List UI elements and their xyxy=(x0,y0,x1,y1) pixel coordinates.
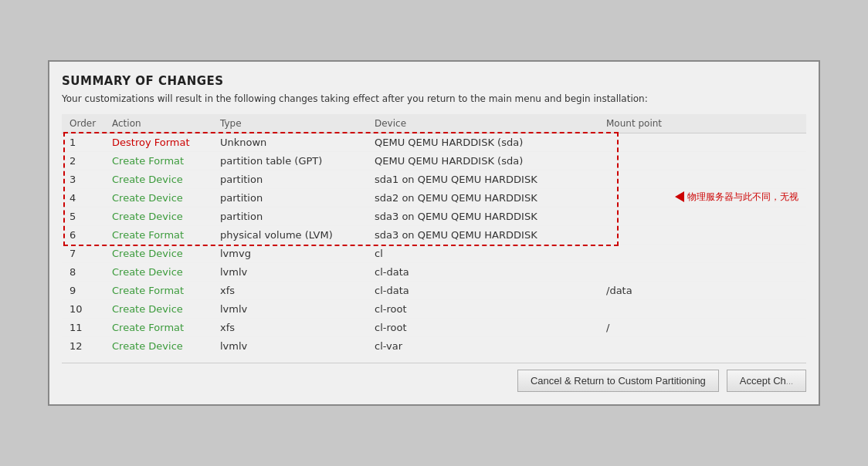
annotation-arrow-icon xyxy=(675,191,684,202)
cell-type: xfs xyxy=(212,319,367,337)
cell-action: Destroy Format xyxy=(104,133,212,152)
cell-action: Create Device xyxy=(104,171,212,189)
cell-device: cl-data xyxy=(367,263,598,282)
cell-device: cl xyxy=(367,245,598,263)
cell-type: lvmlv xyxy=(212,300,367,319)
cell-type: lvmvg xyxy=(212,245,367,263)
cell-mount xyxy=(598,226,806,245)
cell-mount xyxy=(598,152,806,171)
cell-action: Create Device xyxy=(104,337,212,356)
cell-mount: / xyxy=(598,319,806,337)
cell-type: physical volume (LVM) xyxy=(212,226,367,245)
changes-table: Order Action Type Device Mount point 1 D… xyxy=(62,114,806,355)
cell-device: sda3 on QEMU QEMU HARDDISK xyxy=(367,208,598,226)
cell-action: Create Device xyxy=(104,263,212,282)
cell-type: partition xyxy=(212,208,367,226)
cell-type: partition xyxy=(212,171,367,189)
cell-action: Create Device xyxy=(104,300,212,319)
col-mount: Mount point xyxy=(598,114,806,133)
cell-action: Create Format xyxy=(104,319,212,337)
cell-order: 9 xyxy=(62,282,104,300)
cell-device: QEMU QEMU HARDDISK (sda) xyxy=(367,133,598,152)
cell-order: 6 xyxy=(62,226,104,245)
cancel-button[interactable]: Cancel & Return to Custom Partitioning xyxy=(517,370,719,392)
cell-device: cl-var xyxy=(367,337,598,356)
cell-type: partition table (GPT) xyxy=(212,152,367,171)
col-action: Action xyxy=(104,114,212,133)
cell-type: xfs xyxy=(212,282,367,300)
annotation: 物理服务器与此不同，无视 xyxy=(675,191,798,204)
cell-action: Create Format xyxy=(104,226,212,245)
dialog-subtitle: Your customizations will result in the f… xyxy=(62,93,806,106)
cell-action: Create Device xyxy=(104,189,212,208)
table-container: Order Action Type Device Mount point 1 D… xyxy=(62,114,806,355)
table-row: 1 Destroy Format Unknown QEMU QEMU HARDD… xyxy=(62,133,806,152)
cell-action: Create Device xyxy=(104,208,212,226)
cell-order: 10 xyxy=(62,300,104,319)
col-order: Order xyxy=(62,114,104,133)
cell-mount xyxy=(598,171,806,189)
cell-mount xyxy=(598,245,806,263)
cell-action: Create Device xyxy=(104,245,212,263)
cell-type: lvmlv xyxy=(212,337,367,356)
cell-type: lvmlv xyxy=(212,263,367,282)
cell-order: 7 xyxy=(62,245,104,263)
cell-order: 5 xyxy=(62,208,104,226)
table-row: 10 Create Device lvmlv cl-root xyxy=(62,300,806,319)
dialog: SUMMARY OF CHANGES Your customizations w… xyxy=(48,60,820,407)
table-row: 5 Create Device partition sda3 on QEMU Q… xyxy=(62,208,806,226)
cell-device: sda1 on QEMU QEMU HARDDISK xyxy=(367,171,598,189)
cell-mount xyxy=(598,337,806,356)
table-row: 6 Create Format physical volume (LVM) sd… xyxy=(62,226,806,245)
table-row: 11 Create Format xfs cl-root / xyxy=(62,319,806,337)
cell-mount xyxy=(598,133,806,152)
cell-order: 12 xyxy=(62,337,104,356)
annotation-text: 物理服务器与此不同，无视 xyxy=(687,191,798,204)
cell-device: cl-data xyxy=(367,282,598,300)
cell-action: Create Format xyxy=(104,152,212,171)
cell-order: 4 xyxy=(62,189,104,208)
cell-device: QEMU QEMU HARDDISK (sda) xyxy=(367,152,598,171)
cell-order: 11 xyxy=(62,319,104,337)
cell-device: cl-root xyxy=(367,300,598,319)
table-row: 2 Create Format partition table (GPT) QE… xyxy=(62,152,806,171)
cell-order: 2 xyxy=(62,152,104,171)
dialog-title: SUMMARY OF CHANGES xyxy=(62,74,806,88)
cell-mount: /data xyxy=(598,282,806,300)
cell-device: sda3 on QEMU QEMU HARDDISK xyxy=(367,226,598,245)
accept-button[interactable]: Accept Ch... xyxy=(727,370,806,392)
table-row: 3 Create Device partition sda1 on QEMU Q… xyxy=(62,171,806,189)
col-device: Device xyxy=(367,114,598,133)
cell-device: sda2 on QEMU QEMU HARDDISK xyxy=(367,189,598,208)
table-header-row: Order Action Type Device Mount point xyxy=(62,114,806,133)
cell-type: Unknown xyxy=(212,133,367,152)
cell-device: cl-root xyxy=(367,319,598,337)
cell-mount xyxy=(598,263,806,282)
cell-order: 8 xyxy=(62,263,104,282)
cell-action: Create Format xyxy=(104,282,212,300)
dialog-footer: Cancel & Return to Custom Partitioning A… xyxy=(62,363,806,392)
cell-order: 1 xyxy=(62,133,104,152)
table-row: 7 Create Device lvmvg cl xyxy=(62,245,806,263)
col-type: Type xyxy=(212,114,367,133)
cell-type: partition xyxy=(212,189,367,208)
cell-mount xyxy=(598,300,806,319)
cell-order: 3 xyxy=(62,171,104,189)
table-row: 12 Create Device lvmlv cl-var xyxy=(62,337,806,356)
cell-mount xyxy=(598,208,806,226)
table-row: 8 Create Device lvmlv cl-data xyxy=(62,263,806,282)
table-row: 9 Create Format xfs cl-data /data xyxy=(62,282,806,300)
